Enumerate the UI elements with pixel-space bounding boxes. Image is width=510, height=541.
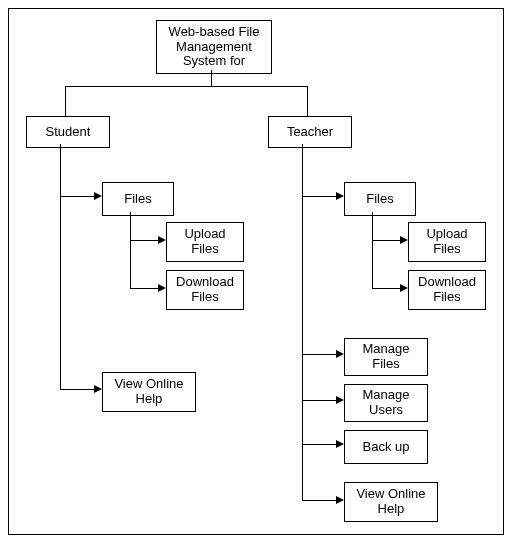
node-teacher: Teacher (268, 116, 352, 148)
arrow-icon (158, 236, 166, 244)
connector (211, 70, 212, 86)
arrow-icon (94, 192, 102, 200)
node-student-files: Files (102, 182, 174, 216)
connector (60, 144, 61, 389)
student-label: Student (46, 125, 91, 140)
arrow-icon (336, 496, 344, 504)
node-teacher-files: Files (344, 182, 416, 216)
arrow-icon (158, 284, 166, 292)
connector (302, 444, 336, 445)
teacher-manage-files-label: ManageFiles (363, 342, 410, 372)
connector (302, 144, 303, 500)
node-student: Student (26, 116, 110, 148)
student-files-label: Files (124, 192, 151, 207)
connector (60, 389, 94, 390)
connector (302, 400, 336, 401)
teacher-backup-label: Back up (363, 440, 410, 455)
connector (302, 354, 336, 355)
node-teacher-download: DownloadFiles (408, 270, 486, 310)
student-upload-label: UploadFiles (184, 227, 225, 257)
arrow-icon (336, 350, 344, 358)
teacher-download-label: DownloadFiles (418, 275, 476, 305)
connector (130, 288, 158, 289)
arrow-icon (400, 284, 408, 292)
connector (130, 212, 131, 288)
arrow-icon (94, 385, 102, 393)
teacher-files-label: Files (366, 192, 393, 207)
node-student-help: View OnlineHelp (102, 372, 196, 412)
teacher-help-label: View OnlineHelp (356, 487, 425, 517)
student-download-label: DownloadFiles (176, 275, 234, 305)
node-teacher-manage-files: ManageFiles (344, 338, 428, 376)
connector (60, 196, 94, 197)
node-student-upload: UploadFiles (166, 222, 244, 262)
node-teacher-upload: UploadFiles (408, 222, 486, 262)
connector (372, 288, 400, 289)
node-teacher-help: View OnlineHelp (344, 482, 438, 522)
arrow-icon (400, 236, 408, 244)
node-teacher-backup: Back up (344, 430, 428, 464)
connector (307, 86, 308, 116)
node-student-download: DownloadFiles (166, 270, 244, 310)
arrow-icon (336, 440, 344, 448)
connector (302, 196, 336, 197)
connector (65, 86, 308, 87)
teacher-upload-label: UploadFiles (426, 227, 467, 257)
teacher-manage-users-label: ManageUsers (363, 388, 410, 418)
teacher-label: Teacher (287, 125, 333, 140)
connector (130, 240, 158, 241)
connector (302, 500, 336, 501)
node-root: Web-based FileManagementSystem for (156, 20, 272, 74)
node-teacher-manage-users: ManageUsers (344, 384, 428, 422)
arrow-icon (336, 396, 344, 404)
connector (65, 86, 66, 116)
student-help-label: View OnlineHelp (114, 377, 183, 407)
root-label: Web-based FileManagementSystem for (169, 25, 260, 70)
connector (372, 212, 373, 288)
arrow-icon (336, 192, 344, 200)
connector (372, 240, 400, 241)
